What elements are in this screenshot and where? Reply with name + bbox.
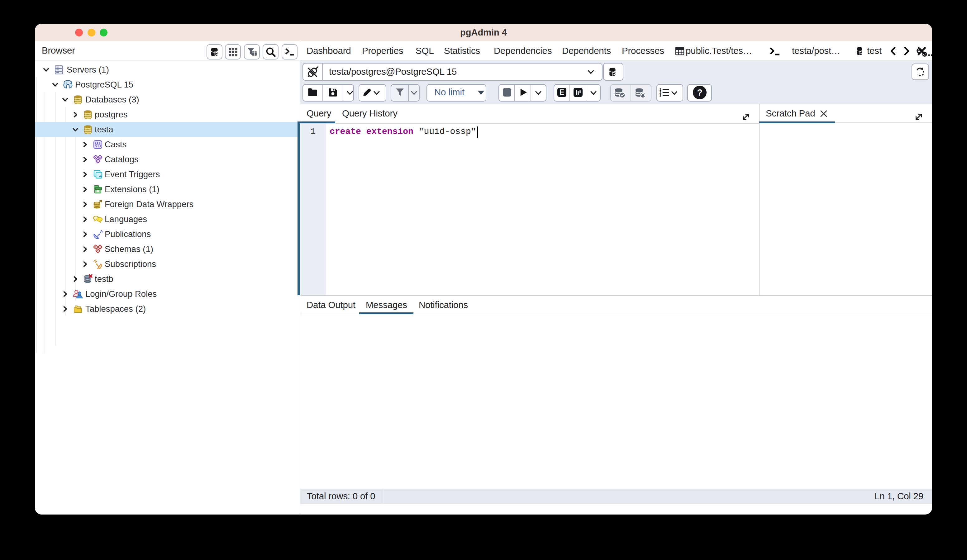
svg-text:3: 3 (660, 94, 662, 97)
